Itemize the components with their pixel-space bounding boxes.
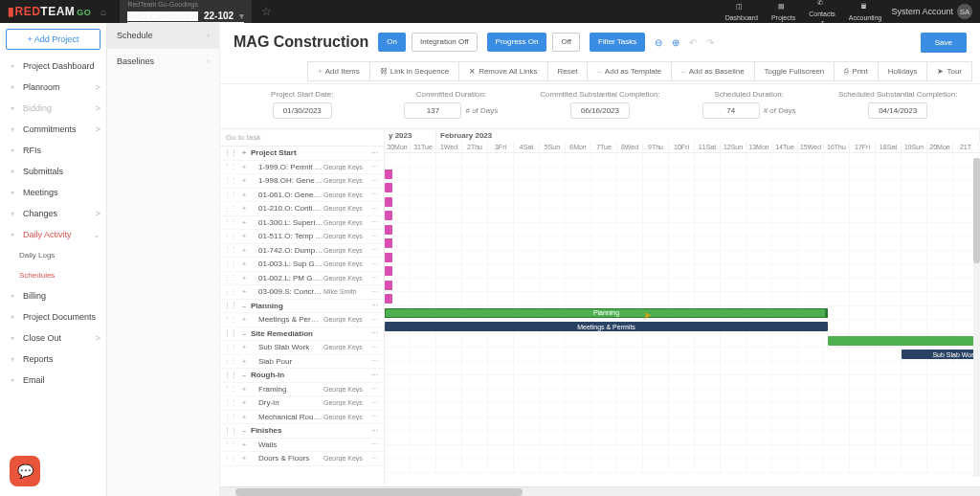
gantt-row[interactable] [385, 362, 980, 376]
top-nav-accounting[interactable]: 🖩Accounting [849, 3, 882, 21]
toggle-on-button[interactable]: On [378, 33, 406, 52]
save-button[interactable]: Save [921, 33, 967, 53]
gantt-bar[interactable] [385, 197, 392, 207]
task-row[interactable]: ⋮⋮–Planning⋯ [220, 300, 384, 314]
drag-handle-icon[interactable]: ⋮⋮ [224, 260, 237, 268]
task-options-icon[interactable]: ⋯ [369, 149, 380, 157]
nav-item-commitments[interactable]: ▫Commitments> [0, 119, 106, 140]
horizontal-scrollbar[interactable] [220, 486, 980, 496]
task-row[interactable]: ⋮⋮+01-742.O: Dumpster RentalGeorge Keys⋯ [220, 244, 384, 259]
task-options-icon[interactable]: ⋯ [369, 233, 380, 240]
gantt-row[interactable] [385, 264, 980, 279]
task-options-icon[interactable]: ⋯ [369, 455, 380, 462]
expand-toggle[interactable]: + [240, 259, 248, 268]
task-options-icon[interactable]: ⋯ [369, 246, 380, 254]
expand-toggle[interactable]: – [240, 302, 248, 310]
task-options-icon[interactable]: ⋯ [369, 288, 380, 296]
gantt-bar[interactable] [385, 211, 392, 220]
drag-handle-icon[interactable]: ⋮⋮ [224, 218, 237, 226]
gantt-row[interactable]: Planning [385, 306, 980, 321]
nav-item-planroom[interactable]: ▫Planroom> [0, 77, 106, 98]
drag-handle-icon[interactable]: ⋮⋮ [224, 357, 237, 365]
task-row[interactable]: ⋮⋮+01-002.L: PM General CostGeorge Keys⋯ [220, 272, 384, 286]
holidays-button[interactable]: Holidays [878, 61, 928, 81]
task-row[interactable]: ⋮⋮–Finishes⋯ [220, 424, 384, 439]
nav-item-email[interactable]: ▫Email [0, 370, 106, 391]
gantt-row[interactable] [385, 209, 980, 223]
expand-toggle[interactable]: + [240, 398, 248, 407]
link-sequence-button[interactable]: ⛓Link in Sequence [369, 61, 459, 81]
nav-item-rfis[interactable]: ▫RFIs [0, 140, 106, 161]
nav-item-changes[interactable]: ▫Changes> [0, 203, 106, 224]
expand-toggle[interactable]: + [240, 148, 248, 157]
drag-handle-icon[interactable]: ⋮⋮ [224, 177, 237, 185]
task-row[interactable]: ⋮⋮+Doors & FloorsGeorge Keys⋯ [220, 452, 384, 466]
expand-toggle[interactable]: + [240, 343, 248, 351]
task-row[interactable]: ⋮⋮+Mechanical Rough-InGeorge Keys⋯ [220, 411, 384, 425]
gantt-row[interactable] [385, 195, 980, 210]
remove-links-button[interactable]: ✕Remove All Links [458, 61, 547, 81]
drag-handle-icon[interactable]: ⋮⋮ [224, 427, 237, 435]
nav-item-submittals[interactable]: ▫Submittals [0, 161, 106, 182]
task-row[interactable]: ⋮⋮+03-009.S: Concrete PumpingMike Smith⋯ [220, 285, 384, 300]
expand-toggle[interactable]: + [240, 385, 248, 394]
nav-item-project-documents[interactable]: ▫Project Documents [0, 306, 106, 327]
expand-toggle[interactable]: + [240, 413, 248, 421]
task-options-icon[interactable]: ⋯ [369, 357, 380, 365]
gantt-row[interactable] [385, 223, 980, 237]
task-options-icon[interactable]: ⋯ [369, 344, 380, 351]
task-options-icon[interactable]: ⋯ [369, 385, 380, 393]
gantt-bar[interactable] [385, 266, 392, 276]
gantt-row[interactable] [385, 251, 980, 265]
add-items-button[interactable]: +Add Items [307, 61, 370, 81]
nav-item-close-out[interactable]: ▫Close Out> [0, 327, 106, 349]
scrollbar-thumb[interactable] [973, 158, 980, 263]
gantt-bar[interactable] [385, 183, 392, 192]
gantt-row[interactable] [385, 390, 980, 404]
nav-item-daily-activity[interactable]: ▫Daily Activity⌄ [0, 224, 106, 245]
progress-off-button[interactable]: Off [552, 33, 580, 52]
nav-item-daily-logs[interactable]: Daily Logs [0, 245, 106, 265]
drag-handle-icon[interactable]: ⋮⋮ [224, 274, 237, 282]
drag-handle-icon[interactable]: ⋮⋮ [224, 302, 237, 309]
gantt-timeline[interactable]: y 2023 February 2023 30Mon31Tue1Wed2Thu3… [385, 129, 980, 486]
drag-handle-icon[interactable]: ⋮⋮ [224, 440, 237, 448]
top-nav-projects[interactable]: ▤Projects [771, 3, 795, 21]
add-baseline-button[interactable]: –Add as Baseline [671, 61, 754, 81]
task-row[interactable]: ⋮⋮+1-998.OH: General CostsGeorge Keys⋯ [220, 174, 384, 189]
gantt-row[interactable] [385, 279, 980, 293]
expand-toggle[interactable]: + [240, 315, 248, 324]
expand-toggle[interactable]: + [240, 357, 248, 366]
undo-icon[interactable]: ↶ [689, 37, 697, 48]
expand-toggle[interactable]: + [240, 232, 248, 240]
task-row[interactable]: ⋮⋮–Rough-In⋯ [220, 369, 384, 383]
gantt-bar[interactable] [385, 238, 392, 248]
drag-handle-icon[interactable]: ⋮⋮ [224, 288, 237, 296]
gantt-row[interactable] [385, 431, 980, 445]
gantt-bar[interactable] [385, 169, 392, 179]
drag-handle-icon[interactable]: ⋮⋮ [224, 372, 237, 379]
expand-toggle[interactable]: – [240, 371, 248, 379]
task-options-icon[interactable]: ⋯ [369, 427, 380, 435]
task-options-icon[interactable]: ⋯ [369, 191, 380, 198]
zoom-out-icon[interactable]: ⊖ [655, 37, 662, 48]
drag-handle-icon[interactable]: ⋮⋮ [224, 316, 237, 324]
gantt-row[interactable] [385, 292, 980, 306]
top-nav-dashboard[interactable]: ◫Dashboard [725, 3, 758, 21]
gantt-bar[interactable] [385, 253, 392, 262]
expand-toggle[interactable]: – [240, 329, 248, 338]
goto-task-input[interactable]: Go to task [220, 129, 384, 147]
drag-handle-icon[interactable]: ⋮⋮ [224, 191, 237, 198]
subpanel-baselines[interactable]: Baselines› [107, 48, 219, 74]
task-row[interactable]: ⋮⋮–Site Remediation⋯ [220, 327, 384, 342]
gantt-row[interactable]: Sub Slab Work [385, 348, 980, 362]
home-icon[interactable]: ⌂ [100, 7, 106, 17]
task-options-icon[interactable]: ⋯ [369, 372, 380, 379]
add-template-button[interactable]: –Add as Template [587, 61, 672, 81]
task-row[interactable]: ⋮⋮+Dry-InGeorge Keys⋯ [220, 396, 384, 411]
expand-toggle[interactable]: + [240, 204, 248, 213]
task-options-icon[interactable]: ⋯ [369, 302, 380, 309]
task-row[interactable]: ⋮⋮+FramingGeorge Keys⋯ [220, 383, 384, 397]
nav-item-meetings[interactable]: ▫Meetings [0, 182, 106, 203]
task-options-icon[interactable]: ⋯ [369, 205, 380, 213]
